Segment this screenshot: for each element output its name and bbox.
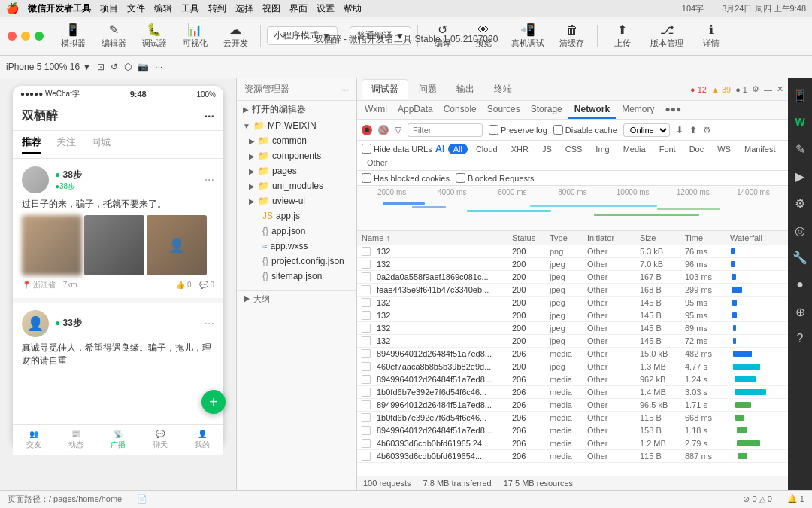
- tool-menu[interactable]: 工具: [181, 2, 199, 15]
- col-header-type[interactable]: Type: [550, 233, 587, 242]
- chip-other[interactable]: Other: [362, 157, 393, 168]
- post1-more-icon[interactable]: ···: [205, 173, 214, 187]
- filter-icon[interactable]: ▽: [395, 125, 401, 135]
- row-checkbox[interactable]: [362, 400, 371, 409]
- rs-run-icon[interactable]: ▶: [789, 166, 810, 187]
- tree-item-app-wxss[interactable]: ≈ app.wxss: [237, 239, 356, 254]
- simulator-button[interactable]: 📱 模拟器: [54, 20, 92, 52]
- bottom-tab-broadcast[interactable]: 📡 广播: [111, 430, 126, 447]
- tree-item-project-config[interactable]: {} project.config.json: [237, 254, 356, 269]
- cloud-button[interactable]: ☁ 云开发: [217, 20, 254, 52]
- rs-tool-icon[interactable]: 🔧: [789, 247, 810, 268]
- row-checkbox[interactable]: [362, 439, 371, 448]
- tree-item-common[interactable]: ▶ 📁 common: [237, 133, 356, 148]
- tree-item-uview-ui[interactable]: ▶ 📁 uview-ui: [237, 193, 356, 208]
- bottom-tab-me[interactable]: 👤 我的: [195, 430, 210, 447]
- open-editors-item[interactable]: ▶ 打开的编辑器: [237, 101, 356, 118]
- table-row[interactable]: 1b0fd6b7e392e7f6d54f6c46... 206 media Ot…: [357, 386, 788, 399]
- minimize-window-button[interactable]: [21, 32, 30, 41]
- chip-css[interactable]: CSS: [560, 144, 588, 154]
- row-checkbox[interactable]: [362, 388, 371, 397]
- compile-button[interactable]: ↺ 编译: [424, 20, 462, 52]
- row-checkbox[interactable]: [362, 362, 371, 371]
- table-row[interactable]: 460ef7aaca8b8b5b39b82e9d... 200 jpeg Oth…: [357, 360, 788, 373]
- rs-wechat-icon[interactable]: W: [789, 111, 810, 132]
- row-checkbox[interactable]: [362, 285, 371, 294]
- subtab-storage[interactable]: Storage: [526, 101, 567, 119]
- col-header-size[interactable]: Size: [640, 233, 685, 242]
- editor-button[interactable]: ✎ 编辑器: [95, 20, 132, 52]
- chip-img[interactable]: Img: [590, 144, 614, 154]
- app-menu-item[interactable]: 微信开发者工具: [28, 2, 91, 15]
- chip-cloud[interactable]: Cloud: [471, 144, 503, 154]
- subtab-memory[interactable]: Memory: [617, 101, 659, 119]
- hide-data-urls-checkbox[interactable]: Hide data URLs: [362, 144, 432, 154]
- disable-cache-checkbox[interactable]: Disable cache: [553, 125, 617, 135]
- more-options-icon[interactable]: ···: [341, 84, 349, 95]
- tab-terminal[interactable]: 终端: [485, 80, 521, 99]
- tree-item-sitemap[interactable]: {} sitemap.json: [237, 269, 356, 284]
- row-checkbox[interactable]: [362, 298, 371, 307]
- chip-doc[interactable]: Doc: [684, 144, 710, 154]
- post2-more-icon[interactable]: ···: [205, 317, 214, 330]
- detail-button[interactable]: ℹ 详情: [692, 20, 730, 52]
- select-menu[interactable]: 选择: [235, 2, 253, 15]
- has-blocked-cookies-checkbox[interactable]: Has blocked cookies: [362, 173, 450, 183]
- chip-ws[interactable]: WS: [712, 144, 736, 154]
- row-checkbox[interactable]: [362, 375, 371, 384]
- subtab-sources[interactable]: Sources: [483, 101, 525, 119]
- rs-edit-icon[interactable]: ✎: [789, 138, 810, 160]
- debugger-button[interactable]: 🐛 调试器: [135, 20, 173, 52]
- row-checkbox[interactable]: [362, 336, 371, 345]
- rs-phone-icon[interactable]: 📱: [789, 84, 810, 105]
- screenshot-icon[interactable]: 📷: [138, 62, 149, 72]
- table-row[interactable]: 4b60393d6cdb0bfd619654... 206 media Othe…: [357, 450, 788, 463]
- bottom-tab-feed[interactable]: 📰 动态: [68, 430, 83, 447]
- edit-menu[interactable]: 编辑: [154, 2, 172, 15]
- rs-gear-icon[interactable]: ⚙: [789, 193, 810, 214]
- blocked-requests-checkbox[interactable]: Blocked Requests: [456, 173, 535, 183]
- filter-input[interactable]: [408, 123, 483, 137]
- rs-help-icon[interactable]: ?: [789, 328, 810, 349]
- export-icon[interactable]: ⬆: [689, 125, 697, 135]
- record-button[interactable]: ⏺: [362, 125, 372, 135]
- table-row[interactable]: 1b0fd6b7e392e7f6d54f6c46... 206 media Ot…: [357, 412, 788, 424]
- subtab-network[interactable]: Network: [568, 101, 616, 119]
- chip-xhr[interactable]: XHR: [506, 144, 534, 154]
- tab-debugger[interactable]: 调试器: [362, 79, 408, 99]
- row-checkbox[interactable]: [362, 260, 371, 269]
- maximize-window-button[interactable]: [35, 32, 44, 41]
- project-menu[interactable]: 项目: [100, 2, 118, 15]
- interface-menu[interactable]: 界面: [289, 2, 308, 15]
- minimize-panel-icon[interactable]: —: [764, 85, 772, 94]
- clear-cache-button[interactable]: 🗑 清缓存: [553, 20, 591, 52]
- table-row[interactable]: 8949964012d26484f51a7ed8... 206 media Ot…: [357, 399, 788, 412]
- table-row[interactable]: 132 200 jpeg Other 7.0 kB 96 ms: [357, 258, 788, 271]
- bottom-tab-chat[interactable]: 💬 聊天: [153, 430, 168, 447]
- clear-network-button[interactable]: 🚫: [378, 125, 389, 135]
- chip-font[interactable]: Font: [654, 144, 681, 154]
- table-row[interactable]: 132 200 jpeg Other 145 B 72 ms: [357, 335, 788, 348]
- row-checkbox[interactable]: [362, 349, 371, 358]
- outline-section[interactable]: ▶ 大纲: [237, 290, 356, 308]
- notification-icon[interactable]: 🔔 1: [787, 494, 804, 504]
- tab-output[interactable]: 输出: [447, 80, 483, 99]
- phone-menu-icon[interactable]: ···: [205, 110, 214, 123]
- upload-button[interactable]: ⬆ 上传: [604, 20, 641, 52]
- col-header-name[interactable]: Name ↑: [362, 233, 512, 242]
- table-row[interactable]: 132 200 jpeg Other 145 B 95 ms: [357, 297, 788, 309]
- table-row[interactable]: 8949964012d26484f51a7ed8... 206 media Ot…: [357, 373, 788, 386]
- row-checkbox[interactable]: [362, 426, 371, 435]
- tree-item-app-json[interactable]: {} app.json: [237, 224, 356, 239]
- table-row[interactable]: 4b60393d6cdb0bfd61965 24... 206 media Ot…: [357, 437, 788, 450]
- subtab-wxml[interactable]: Wxml: [360, 101, 392, 119]
- compile-mode-dropdown[interactable]: 普通编译 ▼: [350, 26, 411, 45]
- view-menu[interactable]: 视图: [262, 2, 280, 15]
- preserve-log-checkbox[interactable]: Preserve log: [489, 125, 547, 135]
- chip-manifest[interactable]: Manifest: [739, 144, 781, 154]
- subtab-appdata[interactable]: AppData: [393, 101, 438, 119]
- table-row[interactable]: 8949964012d26484f51a7ed8... 206 media Ot…: [357, 348, 788, 360]
- version-button[interactable]: ⎇ 版本管理: [644, 20, 689, 52]
- miniapp-mode-dropdown[interactable]: 小程序模式 ▼: [267, 26, 338, 45]
- tab-recommend[interactable]: 推荐: [22, 135, 41, 154]
